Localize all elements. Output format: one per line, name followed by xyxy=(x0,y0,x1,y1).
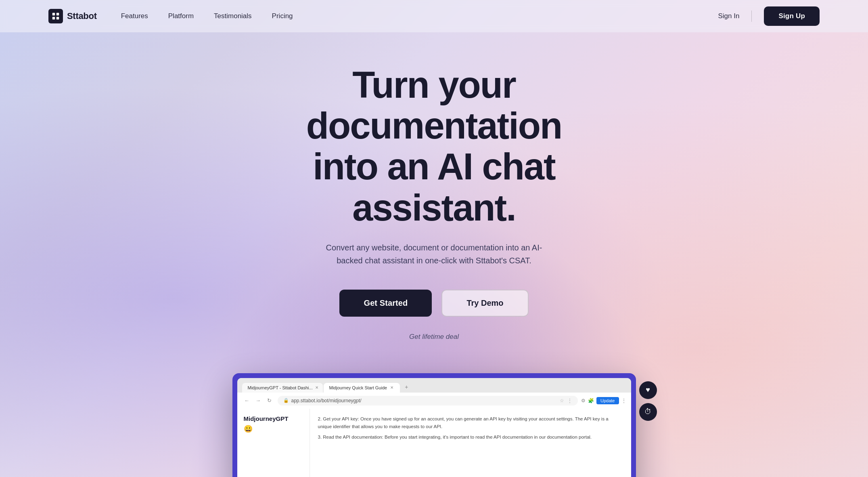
hero-buttons: Get Started Try Demo xyxy=(339,290,528,317)
nav-link-pricing[interactable]: Pricing xyxy=(272,12,293,20)
clock-icon: ⏱ xyxy=(644,408,652,416)
browser-content-line-1: 2. Get your API key: Once you have signe… xyxy=(318,415,623,431)
browser-controls: ← → ↻ 🔒 app.sttabot.io/bot/midjourneygpt… xyxy=(237,393,631,409)
browser-update-button[interactable]: Update xyxy=(596,397,619,404)
floating-buttons: ♥ ⏱ xyxy=(639,381,657,421)
browser-tab-1-close[interactable]: ✕ xyxy=(315,385,318,390)
logo-icon xyxy=(48,9,63,23)
hero-title-line2: into an AI chat assistant. xyxy=(313,146,555,228)
browser-content: MidjourneyGPT 😀 2. Get your API key: Onc… xyxy=(237,409,631,477)
browser-main-content: 2. Get your API key: Once you have signe… xyxy=(310,409,631,477)
hero-section: Turn your documentation into an AI chat … xyxy=(0,32,868,365)
nav-link-features[interactable]: Features xyxy=(121,12,148,20)
browser-back-button[interactable]: ← xyxy=(242,396,252,406)
browser-tab-1[interactable]: MidjourneyGPT - Sttabot Dashi... ✕ xyxy=(242,383,323,393)
sign-up-button[interactable]: Sign Up xyxy=(764,6,820,26)
lifetime-deal-link[interactable]: Get lifetime deal xyxy=(409,333,459,341)
floating-heart-button[interactable]: ♥ xyxy=(639,381,657,399)
logo[interactable]: Sttabot xyxy=(48,9,97,23)
browser-tab-2-close[interactable]: ✕ xyxy=(389,385,394,390)
nav-link-platform[interactable]: Platform xyxy=(168,12,194,20)
svg-rect-0 xyxy=(52,13,55,15)
browser-url-text: app.sttabot.io/bot/midjourneygpt/ xyxy=(291,398,362,403)
browser-chrome: MidjourneyGPT - Sttabot Dashi... ✕ Midjo… xyxy=(237,378,631,477)
browser-action-buttons: ⚙ 🧩 Update ⋮ xyxy=(581,397,626,404)
browser-menu-icon[interactable]: ⋮ xyxy=(621,398,626,403)
browser-content-line-2: 3. Read the API documentation: Before yo… xyxy=(318,433,623,441)
browser-tabs-bar: MidjourneyGPT - Sttabot Dashi... ✕ Midjo… xyxy=(237,378,631,393)
sidebar-bot-title: MidjourneyGPT xyxy=(244,415,303,422)
hero-subtitle: Convert any website, document or documen… xyxy=(321,241,547,267)
nav-links: Features Platform Testimonials Pricing xyxy=(121,12,293,20)
svg-rect-1 xyxy=(56,13,59,15)
browser-tab-1-label: MidjourneyGPT - Sttabot Dashi... xyxy=(248,385,313,390)
browser-sidebar: MidjourneyGPT 😀 xyxy=(237,409,310,477)
get-started-button[interactable]: Get Started xyxy=(339,290,432,317)
floating-clock-button[interactable]: ⏱ xyxy=(639,403,657,421)
hero-title-line1: Turn your documentation xyxy=(306,64,562,146)
browser-tab-2-label: Midjourney Quick Start Guide xyxy=(329,385,387,390)
browser-new-tab-button[interactable]: + xyxy=(401,381,412,393)
nav-right: Sign In Sign Up xyxy=(718,6,820,26)
browser-url-icons: ☆ ⋮ xyxy=(560,398,572,403)
browser-section: MidjourneyGPT - Sttabot Dashi... ✕ Midjo… xyxy=(0,373,868,477)
heart-icon: ♥ xyxy=(646,386,650,394)
nav-divider xyxy=(751,11,752,22)
svg-rect-2 xyxy=(52,17,55,19)
sign-in-link[interactable]: Sign In xyxy=(718,12,739,20)
logo-text: Sttabot xyxy=(67,11,97,21)
svg-rect-3 xyxy=(56,17,59,19)
browser-tab-2[interactable]: Midjourney Quick Start Guide ✕ xyxy=(324,383,400,393)
browser-forward-button[interactable]: → xyxy=(253,396,263,406)
browser-refresh-button[interactable]: ↻ xyxy=(265,396,274,406)
try-demo-button[interactable]: Try Demo xyxy=(441,290,528,317)
browser-url-bar[interactable]: 🔒 app.sttabot.io/bot/midjourneygpt/ ☆ ⋮ xyxy=(278,396,578,406)
browser-nav-buttons: ← → ↻ xyxy=(242,396,274,406)
sidebar-emoji: 😀 xyxy=(244,424,303,433)
browser-ext-icon-1[interactable]: ⚙ xyxy=(581,398,586,403)
nav-link-testimonials[interactable]: Testimonials xyxy=(214,12,252,20)
hero-title: Turn your documentation into an AI chat … xyxy=(232,65,636,228)
browser-mockup: MidjourneyGPT - Sttabot Dashi... ✕ Midjo… xyxy=(232,373,636,477)
browser-ext-icon-2[interactable]: 🧩 xyxy=(588,398,594,403)
navbar: Sttabot Features Platform Testimonials P… xyxy=(0,0,868,32)
